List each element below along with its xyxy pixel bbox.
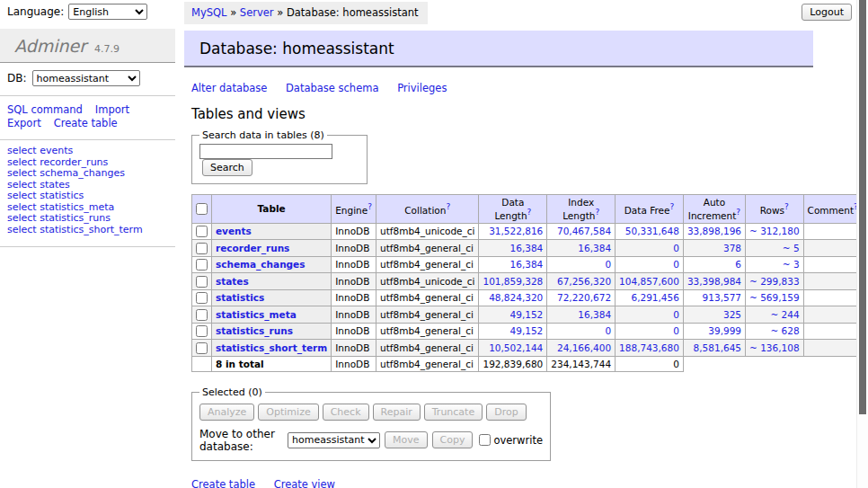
overwrite-checkbox[interactable] bbox=[479, 434, 491, 446]
select-link-states[interactable]: select bbox=[7, 179, 37, 191]
row-checkbox-statistics[interactable] bbox=[196, 292, 208, 304]
export-link[interactable]: Export bbox=[7, 117, 41, 129]
auto-increment-link-statistics_meta[interactable]: 325 bbox=[723, 309, 741, 320]
privileges-link[interactable]: Privileges bbox=[397, 82, 447, 94]
auto-increment-link-events[interactable]: 33,898,196 bbox=[687, 226, 741, 236]
data-length-link-recorder_runs[interactable]: 16,384 bbox=[510, 243, 544, 253]
select-link-events[interactable]: select bbox=[7, 145, 37, 156]
data-free-link-states[interactable]: 104,857,600 bbox=[619, 276, 679, 287]
help-link-rows[interactable]: ? bbox=[784, 202, 789, 211]
row-checkbox-events[interactable] bbox=[196, 226, 208, 237]
breadcrumb-mysql-link[interactable]: MySQL bbox=[191, 6, 227, 19]
row-checkbox-schema_changes[interactable] bbox=[196, 259, 208, 271]
select-link-statistics_short_term[interactable]: select bbox=[7, 224, 37, 235]
help-link-data-length[interactable]: ? bbox=[527, 208, 532, 217]
data-free-link-recorder_runs[interactable]: 0 bbox=[673, 243, 679, 253]
table-link-statistics_runs[interactable]: statistics_runs bbox=[216, 325, 293, 336]
db-select[interactable]: homeassistant bbox=[32, 70, 140, 86]
data-length-link-statistics_short_term[interactable]: 10,502,144 bbox=[489, 342, 543, 353]
check-button[interactable]: Check bbox=[323, 404, 369, 421]
move-db-select[interactable]: homeassistant bbox=[288, 432, 380, 448]
drop-button[interactable]: Drop bbox=[486, 404, 526, 421]
table-link-states[interactable]: states bbox=[216, 276, 249, 287]
row-checkbox-states[interactable] bbox=[196, 276, 208, 288]
help-link-auto-increment[interactable]: ? bbox=[736, 208, 740, 217]
sidebar-table-link-statistics_short_term[interactable]: statistics_short_term bbox=[40, 224, 142, 235]
select-link-statistics[interactable]: select bbox=[7, 190, 37, 201]
select-link-statistics_meta[interactable]: select bbox=[7, 201, 37, 213]
select-all-checkbox[interactable] bbox=[196, 203, 208, 215]
sidebar-table-link-recorder_runs[interactable]: recorder_runs bbox=[40, 156, 108, 168]
help-link-engine[interactable]: ? bbox=[368, 202, 372, 211]
select-link-schema_changes[interactable]: select bbox=[7, 167, 37, 179]
help-link-index-length[interactable]: ? bbox=[595, 208, 599, 217]
sidebar-table-link-statistics_runs[interactable]: statistics_runs bbox=[40, 212, 111, 224]
rows-link-states[interactable]: ~ 299,833 bbox=[749, 276, 800, 287]
sidebar-table-link-statistics[interactable]: statistics bbox=[40, 190, 84, 201]
select-link-statistics_runs[interactable]: select bbox=[7, 212, 37, 224]
sidebar-table-link-statistics_meta[interactable]: statistics_meta bbox=[40, 201, 114, 213]
row-checkbox-statistics_short_term[interactable] bbox=[196, 342, 208, 354]
auto-increment-link-schema_changes[interactable]: 6 bbox=[735, 259, 741, 270]
move-button[interactable]: Move bbox=[385, 431, 428, 448]
index-length-link-states[interactable]: 67,256,320 bbox=[557, 276, 611, 287]
auto-increment-link-statistics_short_term[interactable]: 8,581,645 bbox=[694, 342, 741, 353]
breadcrumb-server-link[interactable]: Server bbox=[240, 6, 274, 19]
sidebar-table-link-states[interactable]: states bbox=[40, 179, 70, 191]
rows-link-events[interactable]: ~ 312,180 bbox=[749, 226, 800, 236]
data-free-link-statistics_runs[interactable]: 0 bbox=[673, 325, 679, 336]
data-length-link-statistics_runs[interactable]: 49,152 bbox=[510, 325, 544, 336]
table-link-schema_changes[interactable]: schema_changes bbox=[216, 259, 306, 270]
table-link-events[interactable]: events bbox=[216, 226, 252, 236]
rows-link-recorder_runs[interactable]: ~ 5 bbox=[783, 243, 800, 253]
data-length-link-schema_changes[interactable]: 16,384 bbox=[510, 259, 544, 270]
data-length-link-events[interactable]: 31,522,816 bbox=[489, 226, 543, 236]
copy-button[interactable]: Copy bbox=[432, 431, 474, 448]
search-input[interactable] bbox=[199, 144, 332, 159]
database-schema-link[interactable]: Database schema bbox=[286, 82, 378, 94]
index-length-link-recorder_runs[interactable]: 16,384 bbox=[578, 243, 611, 253]
analyze-button[interactable]: Analyze bbox=[199, 404, 254, 421]
help-link-collation[interactable]: ? bbox=[446, 202, 450, 211]
data-free-link-statistics_short_term[interactable]: 188,743,680 bbox=[619, 342, 679, 353]
auto-increment-link-recorder_runs[interactable]: 378 bbox=[723, 243, 741, 253]
create-table-link-sidebar[interactable]: Create table bbox=[54, 117, 118, 129]
row-checkbox-statistics_meta[interactable] bbox=[196, 309, 208, 321]
scrollbar-thumb[interactable] bbox=[859, 0, 866, 414]
optimize-button[interactable]: Optimize bbox=[258, 404, 318, 421]
data-length-link-statistics[interactable]: 48,824,320 bbox=[489, 292, 543, 303]
help-link-data-free[interactable]: ? bbox=[669, 202, 674, 211]
auto-increment-link-statistics_runs[interactable]: 39,999 bbox=[708, 325, 741, 336]
table-link-statistics_short_term[interactable]: statistics_short_term bbox=[216, 342, 327, 353]
data-length-link-states[interactable]: 101,859,328 bbox=[483, 276, 543, 287]
index-length-link-events[interactable]: 70,467,584 bbox=[557, 226, 611, 236]
index-length-link-statistics_runs[interactable]: 0 bbox=[605, 325, 611, 336]
import-link[interactable]: Import bbox=[95, 103, 129, 116]
auto-increment-link-states[interactable]: 33,398,984 bbox=[687, 276, 741, 287]
repair-button[interactable]: Repair bbox=[373, 404, 421, 421]
index-length-link-statistics_meta[interactable]: 16,384 bbox=[578, 309, 611, 320]
create-view-link[interactable]: Create view bbox=[274, 478, 335, 488]
rows-link-statistics_meta[interactable]: ~ 244 bbox=[770, 309, 799, 320]
row-checkbox-statistics_runs[interactable] bbox=[196, 325, 208, 337]
index-length-link-schema_changes[interactable]: 0 bbox=[605, 259, 611, 270]
auto-increment-link-statistics[interactable]: 913,577 bbox=[703, 292, 741, 303]
rows-link-schema_changes[interactable]: ~ 3 bbox=[783, 259, 800, 270]
rows-link-statistics_runs[interactable]: ~ 628 bbox=[770, 325, 799, 336]
index-length-link-statistics_short_term[interactable]: 24,166,400 bbox=[557, 342, 611, 353]
search-button[interactable]: Search bbox=[202, 159, 252, 176]
sql-command-link[interactable]: SQL command bbox=[7, 103, 83, 116]
alter-database-link[interactable]: Alter database bbox=[191, 82, 267, 94]
create-table-link[interactable]: Create table bbox=[191, 478, 255, 488]
row-checkbox-recorder_runs[interactable] bbox=[196, 243, 208, 254]
app-version[interactable]: 4.7.9 bbox=[94, 43, 120, 55]
data-free-link-schema_changes[interactable]: 0 bbox=[673, 259, 679, 270]
data-length-link-statistics_meta[interactable]: 49,152 bbox=[510, 309, 544, 320]
sidebar-table-link-schema_changes[interactable]: schema_changes bbox=[40, 167, 125, 179]
data-free-link-statistics[interactable]: 6,291,456 bbox=[631, 292, 678, 303]
select-link-recorder_runs[interactable]: select bbox=[7, 156, 37, 168]
data-free-link-statistics_meta[interactable]: 0 bbox=[673, 309, 679, 320]
data-free-link-events[interactable]: 50,331,648 bbox=[625, 226, 679, 236]
index-length-link-statistics[interactable]: 72,220,672 bbox=[557, 292, 611, 303]
table-link-statistics_meta[interactable]: statistics_meta bbox=[216, 309, 297, 320]
